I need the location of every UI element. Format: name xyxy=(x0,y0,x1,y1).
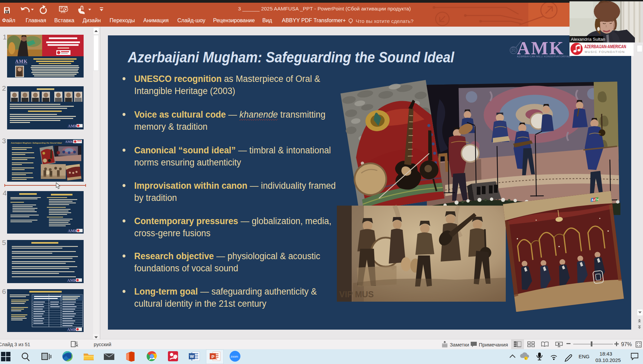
svg-text:!: ! xyxy=(525,357,526,360)
svg-text:P: P xyxy=(211,354,214,359)
svg-text:03.10.2025: 03.10.2025 xyxy=(595,357,621,363)
svg-text:AMK: AMK xyxy=(68,229,78,233)
svg-text:AMK: AMK xyxy=(15,59,28,64)
svg-text:MUSIC FOUNDATION: MUSIC FOUNDATION xyxy=(585,50,625,54)
svg-text:Azerbaijani Mugham: Safeguardi: Azerbaijani Mugham: Safeguarding the Sou… xyxy=(10,142,62,144)
svg-text:AZƏRBAYCAN MİLLİ KONSERVATORİY: AZƏRBAYCAN MİLLİ KONSERVATORİYASI xyxy=(517,55,571,58)
svg-text:AMK: AMK xyxy=(68,124,78,128)
svg-text:VIP MUS: VIP MUS xyxy=(339,290,374,299)
svg-text:Alexandria Sultan: Alexandria Sultan xyxy=(571,37,605,42)
svg-text:18:43: 18:43 xyxy=(600,351,612,357)
svg-text:AMK: AMK xyxy=(65,140,74,144)
svg-text:ENG: ENG xyxy=(579,354,590,359)
svg-text:W: W xyxy=(190,354,194,359)
svg-text:zoom: zoom xyxy=(231,355,238,358)
svg-text:AMK: AMK xyxy=(67,327,77,332)
svg-text:AZERBAIJAN-AMERICAN: AZERBAIJAN-AMERICAN xyxy=(584,44,626,49)
svg-text:AMK: AMK xyxy=(67,278,77,283)
